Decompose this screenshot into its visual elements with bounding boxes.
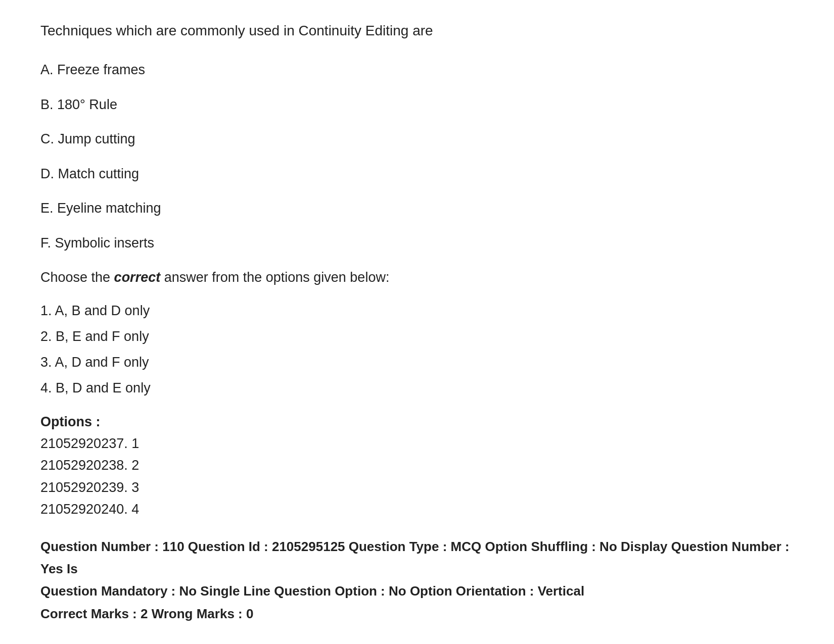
answer-3: 3. A, D and F only <box>40 352 794 373</box>
options-section: Options : 21052920237. 1 21052920238. 2 … <box>40 414 794 520</box>
question-text: Techniques which are commonly used in Co… <box>40 20 794 41</box>
option-b-label: B. <box>40 97 57 112</box>
option-f-label: F. <box>40 235 55 251</box>
answer-2-num: 2. <box>40 329 56 344</box>
answer-2-text: B, E and F only <box>56 329 149 344</box>
choose-suffix: answer from the options given below: <box>160 270 389 285</box>
answer-1-num: 1. <box>40 303 55 318</box>
option-a-text: Freeze frames <box>57 62 145 77</box>
options-entry-2: 21052920238. 2 <box>40 455 794 476</box>
option-d: D. Match cutting <box>40 164 794 184</box>
answer-1-text: A, B and D only <box>55 303 150 318</box>
answer-3-num: 3. <box>40 355 55 370</box>
meta-info: Question Number : 110 Question Id : 2105… <box>40 535 794 625</box>
options-list: A. Freeze frames B. 180° Rule C. Jump cu… <box>40 60 794 253</box>
options-label: Options : <box>40 414 794 430</box>
answer-4-text: B, D and E only <box>56 380 151 395</box>
choose-prefix: Choose the <box>40 270 114 285</box>
meta-line2: Question Mandatory : No Single Line Ques… <box>40 580 794 602</box>
option-e: E. Eyeline matching <box>40 198 794 219</box>
answer-4: 4. B, D and E only <box>40 377 794 399</box>
meta-line1: Question Number : 110 Question Id : 2105… <box>40 535 794 580</box>
option-c: C. Jump cutting <box>40 129 794 150</box>
option-c-label: C. <box>40 131 58 146</box>
answer-2: 2. B, E and F only <box>40 326 794 348</box>
answer-4-num: 4. <box>40 380 56 395</box>
options-val-2: 2 <box>131 458 139 473</box>
options-val-4: 4 <box>131 502 139 517</box>
options-id-1: 21052920237. <box>40 436 131 451</box>
options-entry-1: 21052920237. 1 <box>40 433 794 455</box>
choose-instruction: Choose the correct answer from the optio… <box>40 267 794 288</box>
option-b: B. 180° Rule <box>40 94 794 115</box>
options-id-3: 21052920239. <box>40 480 131 495</box>
option-f-text: Symbolic inserts <box>55 235 155 251</box>
options-entry-4: 21052920240. 4 <box>40 499 794 520</box>
option-c-text: Jump cutting <box>58 131 135 146</box>
answer-3-text: A, D and F only <box>55 355 149 370</box>
answer-list: 1. A, B and D only 2. B, E and F only 3.… <box>40 300 794 400</box>
option-a: A. Freeze frames <box>40 60 794 80</box>
option-f: F. Symbolic inserts <box>40 233 794 254</box>
option-e-label: E. <box>40 201 57 216</box>
options-entry-3: 21052920239. 3 <box>40 477 794 499</box>
options-id-2: 21052920238. <box>40 458 131 473</box>
option-e-text: Eyeline matching <box>57 201 161 216</box>
options-id-4: 21052920240. <box>40 502 131 517</box>
options-val-1: 1 <box>131 436 139 451</box>
option-b-text: 180° Rule <box>57 97 117 112</box>
option-a-label: A. <box>40 62 57 77</box>
meta-line3: Correct Marks : 2 Wrong Marks : 0 <box>40 603 794 625</box>
option-d-label: D. <box>40 166 58 181</box>
option-d-text: Match cutting <box>58 166 140 181</box>
answer-1: 1. A, B and D only <box>40 300 794 322</box>
options-val-3: 3 <box>131 480 139 495</box>
correct-label: correct <box>114 270 161 285</box>
